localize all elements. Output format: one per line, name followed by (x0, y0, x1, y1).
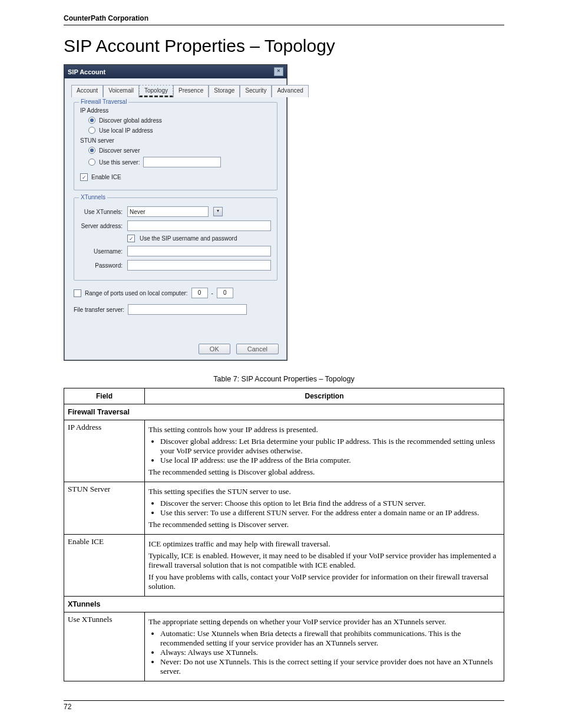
radio-use-this-server[interactable] (88, 159, 95, 166)
ok-button[interactable]: OK (199, 344, 230, 354)
checkbox-enable-ice[interactable]: ✓ (80, 173, 88, 181)
section-xtunnels: XTunnels (64, 597, 504, 612)
port-range-label: Range of ports used on local computer: (85, 290, 188, 297)
checkbox-use-sip-cred[interactable]: ✓ (127, 235, 135, 242)
table-row: Enable ICE ICE optimizes traffic and may… (64, 535, 504, 597)
th-description: Description (145, 388, 504, 404)
tab-security[interactable]: Security (240, 85, 272, 97)
page-number: 72 (64, 700, 504, 711)
cell-field: Enable ICE (64, 535, 145, 597)
tab-storage[interactable]: Storage (209, 85, 240, 97)
dialog-title: SIP Account (68, 68, 105, 75)
cell-desc: ICE optimizes traffic and may help with … (145, 535, 504, 597)
radio-use-local-label: Use local IP address (99, 127, 153, 134)
cancel-button[interactable]: Cancel (236, 344, 279, 354)
close-icon[interactable]: × (274, 67, 283, 76)
server-address-input[interactable] (127, 220, 271, 231)
tab-topology[interactable]: Topology (139, 85, 173, 97)
cell-desc: This setting specifies the STUN server t… (145, 482, 504, 535)
radio-use-this-server-label: Use this server: (99, 159, 140, 166)
username-label: Username: (80, 248, 123, 255)
ip-address-label: IP Address (80, 107, 271, 114)
sip-account-dialog: SIP Account × Account Voicemail Topology… (64, 64, 287, 361)
cell-desc: This setting controls how your IP addres… (145, 420, 504, 482)
page-title: SIP Account Properties – Topology (64, 36, 504, 56)
use-xtunnels-label: Use XTunnels: (80, 209, 123, 215)
page-header: CounterPath Corporation (64, 14, 504, 25)
username-input[interactable] (127, 246, 271, 256)
groupbox-firewall-title: Firewall Traversal (79, 98, 128, 105)
radio-discover-server-label: Discover server (99, 147, 140, 154)
table-caption: Table 7: SIP Account Properties – Topolo… (64, 375, 504, 383)
password-label: Password: (80, 262, 123, 269)
checkbox-port-range[interactable]: ✓ (74, 289, 81, 297)
radio-discover-server[interactable] (88, 147, 95, 154)
section-firewall: Firewall Traversal (64, 404, 504, 420)
tab-account[interactable]: Account (71, 85, 103, 97)
chevron-down-icon[interactable]: ▾ (213, 207, 223, 216)
table-row: IP Address This setting controls how you… (64, 420, 504, 482)
file-transfer-input[interactable] (128, 304, 247, 315)
checkbox-enable-ice-label: Enable ICE (91, 174, 121, 180)
properties-table: Field Description Firewall Traversal IP … (64, 388, 504, 681)
cell-field: Use XTunnels (64, 612, 145, 681)
stun-server-input[interactable] (143, 157, 221, 167)
port-from-input[interactable]: 0 (191, 288, 208, 298)
table-row: Use XTunnels The appropriate setting dep… (64, 612, 504, 681)
cell-field: STUN Server (64, 482, 145, 535)
tab-presence[interactable]: Presence (173, 85, 209, 97)
file-transfer-label: File transfer server: (74, 307, 124, 313)
tab-advanced[interactable]: Advanced (272, 85, 308, 97)
cell-field: IP Address (64, 420, 145, 482)
table-row: STUN Server This setting specifies the S… (64, 482, 504, 535)
use-xtunnels-value: Never (130, 209, 146, 215)
radio-discover-global[interactable] (88, 117, 95, 124)
port-range-dash: - (211, 290, 213, 297)
radio-discover-global-label: Discover global address (99, 117, 162, 124)
use-xtunnels-dropdown[interactable]: Never (127, 206, 209, 217)
password-input[interactable] (127, 260, 271, 271)
stun-server-label: STUN server (80, 137, 271, 144)
checkbox-use-sip-cred-label: Use the SIP username and password (140, 235, 237, 242)
port-to-input[interactable]: 0 (217, 288, 233, 298)
cell-desc: The appropriate setting depends on wheth… (145, 612, 504, 681)
radio-use-local[interactable] (88, 127, 95, 134)
server-address-label: Server address: (80, 223, 123, 229)
th-field: Field (64, 388, 145, 404)
groupbox-xtunnels-title: XTunnels (79, 194, 107, 200)
tab-voicemail[interactable]: Voicemail (103, 85, 139, 97)
